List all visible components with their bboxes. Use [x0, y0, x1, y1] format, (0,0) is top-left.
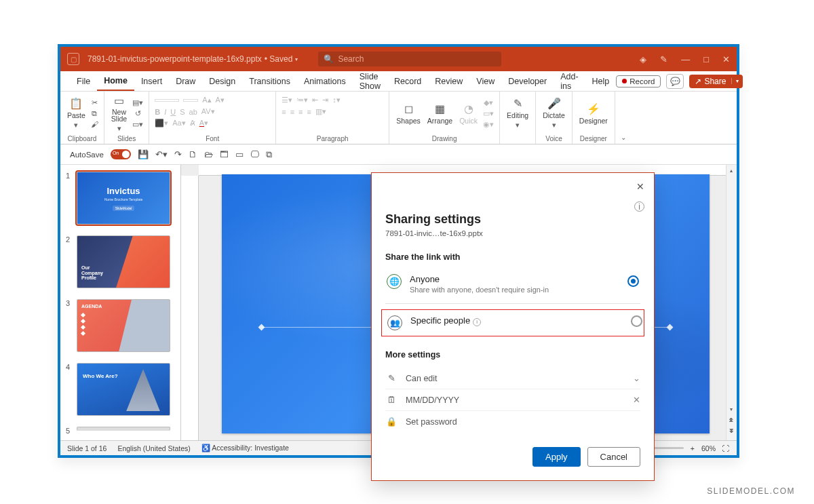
password-row[interactable]: 🔒 Set password — [385, 411, 640, 432]
strike-icon[interactable]: S — [180, 108, 185, 116]
ribbon-collapse-button[interactable]: ⌄ — [615, 92, 632, 144]
comments-button[interactable]: 💬 — [666, 74, 684, 89]
scroll-down-icon[interactable]: ▾ — [728, 406, 735, 413]
qat-copy-icon[interactable]: ⧉ — [266, 149, 272, 160]
accessibility-status[interactable]: ♿ Accessibility: Investigate — [201, 444, 289, 452]
zoom-level[interactable]: 60% — [701, 444, 716, 452]
line-spacing-icon[interactable]: ↕▾ — [332, 96, 341, 104]
thumbnail-3[interactable]: 3 AGENDA — [66, 299, 175, 352]
tab-view[interactable]: View — [469, 71, 501, 91]
dialog-close-button[interactable]: ✕ — [636, 181, 644, 192]
align-right-icon[interactable]: ≡ — [298, 108, 303, 116]
fit-window-button[interactable]: ⛶ — [722, 444, 730, 452]
close-button[interactable]: ✕ — [722, 54, 730, 64]
tab-addins[interactable]: Add-ins — [554, 71, 585, 91]
increase-font-icon[interactable]: A▴ — [202, 96, 211, 104]
slide-counter[interactable]: Slide 1 of 16 — [67, 444, 106, 452]
highlight-icon[interactable]: ⬛▾ — [155, 119, 168, 128]
font-color-icon[interactable]: A▾ — [199, 119, 208, 128]
align-center-icon[interactable]: ≡ — [290, 108, 294, 116]
tab-developer[interactable]: Developer — [501, 71, 554, 91]
case-icon[interactable]: Aa▾ — [172, 119, 185, 128]
tab-help[interactable]: Help — [585, 71, 617, 91]
thumbnail-5[interactable]: 5 — [66, 427, 175, 435]
thumbnail-2[interactable]: 2 Our Company Profile — [66, 235, 175, 288]
qat-preview-icon[interactable]: 🗔 — [220, 149, 229, 159]
quick-styles-button[interactable]: ◔Quick — [458, 101, 479, 126]
tab-home[interactable]: Home — [97, 71, 134, 91]
shadow-icon[interactable]: ab — [189, 108, 197, 116]
next-slide-icon[interactable]: ⯯ — [728, 428, 735, 435]
share-option-anyone[interactable]: 🌐 Anyone Share with anyone, doesn't requ… — [385, 270, 640, 298]
file-name[interactable]: 7891-01-invictus-powerpoint-template-16x… — [88, 54, 262, 64]
reset-icon[interactable]: ↺ — [135, 109, 141, 118]
underline-icon[interactable]: U — [170, 108, 176, 116]
qat-slideshow-icon[interactable]: ▭ — [235, 149, 244, 159]
copy-icon[interactable]: ⧉ — [92, 109, 97, 118]
new-slide-button[interactable]: ▭New Slide▾ — [110, 93, 128, 134]
autosave-toggle[interactable]: On — [111, 149, 131, 159]
decrease-font-icon[interactable]: A▾ — [216, 96, 225, 104]
designer-button[interactable]: ⚡Designer — [578, 101, 609, 126]
tab-slideshow[interactable]: Slide Show — [353, 71, 387, 91]
record-button[interactable]: Record — [616, 75, 661, 88]
vertical-scrollbar[interactable]: ▴ ▾ ⯭ ⯯ — [726, 165, 737, 440]
section-icon[interactable]: ▭▾ — [132, 120, 143, 129]
qat-present-icon[interactable]: 🖵 — [250, 149, 259, 159]
share-dropdown-icon[interactable]: ▾ — [731, 78, 739, 84]
tab-animations[interactable]: Animations — [297, 71, 353, 91]
language-status[interactable]: English (United States) — [117, 444, 190, 452]
format-painter-icon[interactable]: 🖌 — [91, 120, 98, 128]
clear-format-icon[interactable]: A̷ — [190, 119, 195, 128]
shape-effects-icon[interactable]: ◉▾ — [483, 120, 494, 129]
zoom-in-button[interactable]: + — [691, 444, 695, 452]
tab-draw[interactable]: Draw — [169, 71, 202, 91]
tab-file[interactable]: File — [70, 71, 97, 91]
permission-row[interactable]: ✎ Can edit ⌄ — [385, 368, 640, 389]
dialog-info-icon[interactable]: i — [634, 201, 644, 212]
font-size-select[interactable] — [183, 99, 198, 102]
redo-icon[interactable]: ↷ — [174, 149, 182, 159]
thumbnail-4[interactable]: 4 Who We Are? — [66, 363, 175, 416]
font-family-select[interactable] — [155, 99, 179, 102]
minimize-button[interactable]: — — [681, 54, 690, 64]
bullets-icon[interactable]: ☰▾ — [282, 96, 292, 104]
tab-insert[interactable]: Insert — [134, 71, 169, 91]
layout-icon[interactable]: ▤▾ — [132, 98, 143, 107]
thumbnail-1[interactable]: 1 Invictus Home Brochure Template SlideM… — [66, 172, 175, 225]
spacing-icon[interactable]: AV▾ — [201, 107, 215, 116]
dictate-button[interactable]: 🎤Dictate▾ — [541, 96, 566, 131]
shapes-button[interactable]: ◻Shapes — [395, 101, 422, 126]
qat-open-icon[interactable]: 🗁 — [204, 149, 213, 159]
radio-anyone[interactable] — [627, 275, 639, 287]
paste-button[interactable]: 📋Paste▾ — [66, 96, 87, 131]
qat-new-icon[interactable]: 🗋 — [189, 149, 197, 159]
clear-date-icon[interactable]: ✕ — [633, 395, 640, 405]
indent-right-icon[interactable]: ⇥ — [322, 96, 328, 104]
indent-left-icon[interactable]: ⇤ — [312, 96, 318, 104]
filename-dropdown-icon[interactable]: ▾ — [295, 56, 298, 62]
save-icon[interactable]: 💾 — [138, 149, 149, 159]
italic-icon[interactable]: I — [164, 108, 166, 116]
numbering-icon[interactable]: ≔▾ — [296, 96, 308, 104]
columns-icon[interactable]: ▥▾ — [315, 107, 326, 116]
radio-specific[interactable] — [631, 315, 642, 327]
shape-fill-icon[interactable]: ◆▾ — [484, 98, 493, 107]
editing-button[interactable]: ✎Editing▾ — [505, 96, 530, 131]
align-left-icon[interactable]: ≡ — [282, 108, 286, 116]
tab-record[interactable]: Record — [387, 71, 428, 91]
search-box[interactable]: 🔍 Search — [318, 52, 501, 66]
pencil-icon[interactable]: ✎ — [660, 54, 667, 64]
cut-icon[interactable]: ✂ — [92, 98, 98, 107]
maximize-button[interactable]: □ — [703, 54, 709, 64]
tab-transitions[interactable]: Transitions — [242, 71, 297, 91]
scroll-up-icon[interactable]: ▴ — [728, 168, 735, 174]
tab-review[interactable]: Review — [428, 71, 469, 91]
undo-icon[interactable]: ↶▾ — [155, 149, 168, 159]
apply-button[interactable]: Apply — [532, 447, 581, 467]
prev-slide-icon[interactable]: ⯭ — [728, 417, 735, 424]
specific-info-icon[interactable]: i — [473, 318, 481, 326]
expiry-date-row[interactable]: 🗓 MM/DD/YYYY ✕ — [385, 389, 640, 411]
arrange-button[interactable]: ▦Arrange — [426, 101, 454, 126]
bold-icon[interactable]: B — [155, 108, 160, 116]
